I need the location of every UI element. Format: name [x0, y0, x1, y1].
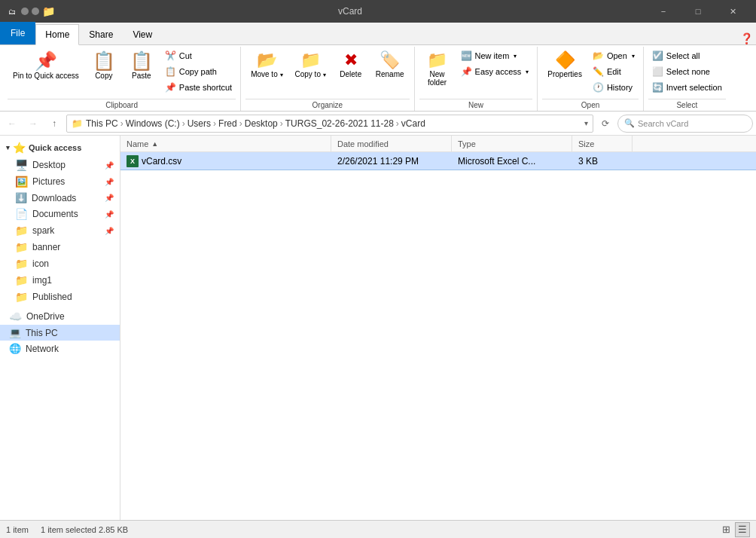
easy-access-icon: 📌 [461, 66, 472, 77]
tab-share[interactable]: Share [79, 23, 123, 44]
search-box[interactable]: 🔍 Search vCard [617, 115, 753, 133]
address-segment-3: Users [187, 118, 211, 129]
select-group: ☑️ Select all ⬜ Select none 🔄 Invert sel… [644, 47, 730, 111]
file-cell-type: Microsoft Excel C... [452, 152, 572, 170]
sidebar-item-documents[interactable]: 📄 Documents 📌 [0, 206, 120, 222]
minimize-button[interactable]: − [646, 0, 681, 23]
img1-label: img1 [32, 275, 52, 286]
onedrive-icon: ☁️ [9, 310, 22, 322]
delete-label: Delete [340, 70, 361, 78]
back-button[interactable]: ← [3, 115, 21, 133]
up-button[interactable]: ↑ [45, 115, 63, 133]
title-icon-folder: 📁 [42, 5, 54, 17]
clipboard-group-content: 📌 Pin to Quick access 📋 Copy 📋 Paste ✂️ … [8, 47, 236, 99]
sidebar-item-onedrive[interactable]: ☁️ OneDrive [0, 308, 120, 325]
paste-button[interactable]: 📋 Paste [123, 48, 160, 84]
new-folder-button[interactable]: 📁 New folder [419, 48, 456, 90]
main-area: ▾ ⭐ Quick access 🖥️ Desktop 📌 🖼️ Picture… [0, 136, 756, 520]
search-icon: 🔍 [624, 118, 635, 128]
properties-button[interactable]: 🔶 Properties [542, 48, 587, 82]
col-date[interactable]: Date modified [331, 136, 452, 151]
sidebar-item-desktop[interactable]: 🖥️ Desktop 📌 [0, 157, 120, 173]
tab-file[interactable]: File [0, 22, 35, 44]
select-all-label: Select all [666, 51, 700, 60]
copy-large-label: Copy [95, 72, 112, 80]
address-dropdown-icon[interactable]: ▾ [584, 119, 588, 127]
col-size-label: Size [578, 139, 594, 148]
forward-button[interactable]: → [24, 115, 42, 133]
address-box[interactable]: 📁 This PC › Windows (C:) › Users › Fred … [66, 115, 593, 133]
history-button[interactable]: 🕐 History [589, 80, 639, 95]
icon-label: icon [32, 258, 49, 269]
sidebar-item-banner[interactable]: 📁 banner [0, 239, 120, 255]
sidebar-item-spark[interactable]: 📁 spark 📌 [0, 222, 120, 239]
banner-icon: 📁 [15, 241, 28, 253]
published-label: Published [32, 292, 72, 302]
address-segment-7: vCard [401, 118, 425, 129]
pin-to-quickaccess-button[interactable]: 📌 Pin to Quick access [8, 48, 84, 84]
sidebar-item-img1[interactable]: 📁 img1 [0, 272, 120, 289]
tab-view[interactable]: View [123, 23, 162, 44]
sidebar-item-downloads[interactable]: ⬇️ Downloads 📌 [0, 190, 120, 206]
close-button[interactable]: ✕ [715, 0, 750, 23]
open-button[interactable]: 📂 Open ▾ [589, 48, 639, 63]
address-segment-5: Desktop [245, 118, 278, 129]
new-item-button[interactable]: 🆕 New item ▾ [457, 48, 533, 63]
copy-path-button[interactable]: 📋 Copy path [161, 64, 236, 79]
pictures-icon: 🖼️ [15, 176, 28, 188]
file-list-header: Name ▲ Date modified Type Size [120, 136, 756, 152]
ribbon: 📌 Pin to Quick access 📋 Copy 📋 Paste ✂️ … [0, 45, 756, 112]
new-group: 📁 New folder 🆕 New item ▾ 📌 Easy access … [415, 47, 538, 111]
select-group-content: ☑️ Select all ⬜ Select none 🔄 Invert sel… [648, 47, 726, 99]
desktop-icon: 🖥️ [15, 159, 28, 171]
col-size[interactable]: Size [572, 136, 633, 151]
history-icon: 🕐 [593, 82, 604, 93]
invert-selection-label: Invert selection [666, 83, 722, 92]
cut-button[interactable]: ✂️ Cut [161, 48, 236, 63]
view-details-button[interactable]: ☰ [735, 522, 750, 537]
selected-info: 1 item selected 2.85 KB [41, 525, 128, 534]
paste-shortcut-button[interactable]: 📌 Paste shortcut [161, 80, 236, 95]
select-none-label: Select none [666, 67, 710, 76]
col-type-label: Type [458, 139, 476, 148]
col-type[interactable]: Type [452, 136, 572, 151]
spark-pin-icon: 📌 [105, 227, 114, 235]
invert-selection-button[interactable]: 🔄 Invert selection [648, 80, 726, 95]
maximize-button[interactable]: □ [681, 0, 715, 23]
view-details-icon: ☰ [738, 524, 747, 535]
view-list-button[interactable]: ⊞ [718, 522, 733, 537]
easy-access-button[interactable]: 📌 Easy access ▾ [457, 64, 533, 79]
refresh-button[interactable]: ⟳ [596, 115, 614, 133]
select-all-icon: ☑️ [652, 50, 663, 61]
col-name-sort: ▲ [151, 140, 158, 148]
sidebar-item-published[interactable]: 📁 Published [0, 289, 120, 305]
easy-access-label: Easy access [475, 67, 522, 76]
documents-icon: 📄 [15, 208, 28, 220]
rename-button[interactable]: 🏷️ Rename [370, 48, 410, 82]
select-all-button[interactable]: ☑️ Select all [648, 48, 726, 63]
sidebar-item-pictures[interactable]: 🖼️ Pictures 📌 [0, 173, 120, 190]
col-name-label: Name [127, 139, 148, 148]
sidebar-item-network[interactable]: 🌐 Network [0, 341, 120, 356]
status-bar-right: ⊞ ☰ [718, 522, 750, 537]
address-segment-2: Windows (C:) [126, 118, 180, 129]
properties-icon: 🔶 [555, 52, 575, 69]
tab-home[interactable]: Home [35, 24, 79, 45]
edit-button[interactable]: ✏️ Edit [589, 64, 639, 79]
file-row-vcard[interactable]: X vCard.csv 2/26/2021 11:29 PM Microsoft… [120, 152, 756, 170]
thispc-label: This PC [26, 328, 58, 338]
move-to-button[interactable]: 📂 Move to ▾ [245, 48, 288, 82]
desktop-label: Desktop [32, 160, 66, 170]
sidebar-item-thispc[interactable]: 💻 This PC [0, 325, 120, 341]
view-list-icon: ⊞ [722, 524, 730, 535]
copy-to-button[interactable]: 📁 Copy to ▾ [290, 48, 331, 82]
delete-button[interactable]: ✖ Delete [333, 48, 369, 82]
col-name[interactable]: Name ▲ [120, 136, 331, 151]
select-none-button[interactable]: ⬜ Select none [648, 64, 726, 79]
file-cell-name: X vCard.csv [120, 152, 331, 170]
help-icon[interactable]: ❓ [740, 32, 753, 44]
pictures-pin-icon: 📌 [105, 178, 114, 186]
copy-large-button[interactable]: 📋 Copy [86, 48, 122, 84]
quick-access-section[interactable]: ▾ ⭐ Quick access [0, 139, 120, 157]
sidebar-item-icon[interactable]: 📁 icon [0, 255, 120, 272]
